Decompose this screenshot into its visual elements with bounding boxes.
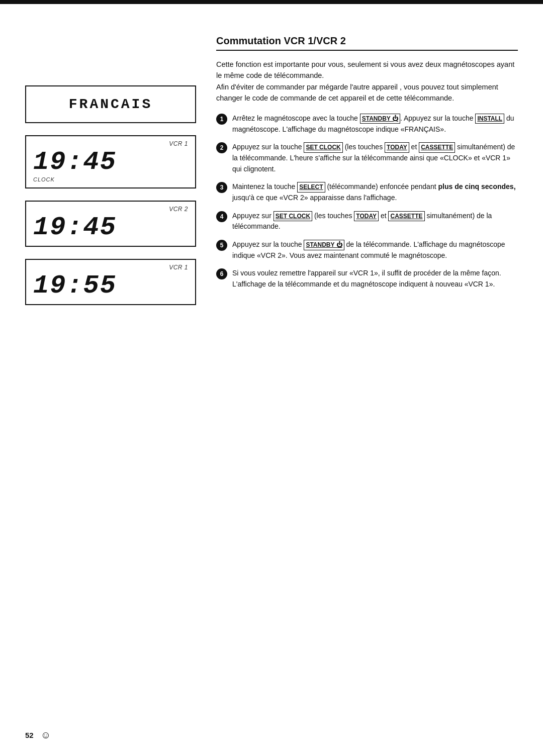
vcr1-final-time: 19:55 bbox=[33, 273, 188, 299]
top-bar bbox=[0, 0, 543, 4]
standby-key-1: STANDBY ⏻ bbox=[360, 114, 400, 124]
step-3-text: Maintenez la touche SELECT (télécommande… bbox=[232, 181, 518, 203]
vcr2-display-box: VCR 2 19:45 bbox=[25, 201, 196, 247]
step-5: 5 Appuyez sur la touche STANDBY ⏻ de la … bbox=[216, 239, 518, 261]
step-4-text: Appuyez sur SET CLOCK (les touches TODAY… bbox=[232, 211, 518, 232]
page-number: 52 bbox=[25, 731, 34, 739]
step-1-number: 1 bbox=[216, 114, 227, 125]
step-6-text: Si vous voulez remettre l'appareil sur «… bbox=[232, 268, 518, 290]
step-6-number: 6 bbox=[216, 268, 227, 279]
page-footer: 52 ☺ bbox=[25, 729, 51, 741]
step-5-number: 5 bbox=[216, 240, 227, 251]
standby-key-2: STANDBY ⏻ bbox=[304, 240, 344, 250]
vcr1-final-display-box: VCR 1 19:55 bbox=[25, 259, 196, 305]
today-key-2: TODAY bbox=[354, 211, 379, 222]
step-4: 4 Appuyez sur SET CLOCK (les touches TOD… bbox=[216, 211, 518, 232]
footer-icon: ☺ bbox=[41, 729, 51, 741]
step-6: 6 Si vous voulez remettre l'appareil sur… bbox=[216, 268, 518, 290]
step-4-number: 4 bbox=[216, 211, 227, 222]
left-column: FRANCAIS VCR 1 19:45 CLOCK VCR 2 19:45 V… bbox=[25, 85, 196, 317]
cassette-key-1: CASSETTE bbox=[419, 142, 455, 153]
vcr1-clock-sub: CLOCK bbox=[33, 176, 188, 182]
cinq-secondes: plus de cinq secondes, bbox=[438, 182, 515, 191]
install-key: INSTALL bbox=[475, 114, 504, 124]
cassette-key-2: CASSETTE bbox=[388, 211, 424, 222]
set-clock-key-1: SET CLOCK bbox=[304, 142, 342, 153]
vcr1-clock-label: VCR 1 bbox=[33, 140, 188, 147]
francais-display-box: FRANCAIS bbox=[25, 85, 196, 123]
vcr2-time: 19:45 bbox=[33, 215, 188, 241]
select-key: SELECT bbox=[297, 182, 325, 193]
vcr1-final-label: VCR 1 bbox=[33, 264, 188, 271]
francais-text: FRANCAIS bbox=[69, 97, 152, 112]
step-2-number: 2 bbox=[216, 142, 227, 153]
steps-list: 1 Arrêtez le magnétoscope avec la touche… bbox=[216, 113, 518, 290]
step-5-text: Appuyez sur la touche STANDBY ⏻ de la té… bbox=[232, 239, 518, 261]
today-key-1: TODAY bbox=[385, 142, 409, 153]
step-2-text: Appuyez sur la touche SET CLOCK (les tou… bbox=[232, 142, 518, 174]
section-title: Commutation VCR 1/VCR 2 bbox=[216, 35, 518, 51]
step-3-number: 3 bbox=[216, 182, 227, 193]
set-clock-key-2: SET CLOCK bbox=[274, 211, 312, 222]
intro-paragraph: Cette fonction est importante pour vous,… bbox=[216, 59, 518, 104]
step-3: 3 Maintenez la touche SELECT (télécomman… bbox=[216, 181, 518, 203]
intro-line-1: Cette fonction est importante pour vous,… bbox=[216, 60, 514, 79]
step-1-text: Arrêtez le magnétoscope avec la touche S… bbox=[232, 113, 518, 135]
step-2: 2 Appuyez sur la touche SET CLOCK (les t… bbox=[216, 142, 518, 174]
vcr1-clock-time: 19:45 bbox=[33, 149, 188, 175]
intro-line-2: Afin d'éviter de commander par mégarde l… bbox=[216, 83, 498, 102]
vcr1-clock-display-box: VCR 1 19:45 CLOCK bbox=[25, 135, 196, 188]
step-1: 1 Arrêtez le magnétoscope avec la touche… bbox=[216, 113, 518, 135]
right-column: Commutation VCR 1/VCR 2 Cette fonction e… bbox=[216, 35, 518, 297]
vcr2-label: VCR 2 bbox=[33, 206, 188, 213]
